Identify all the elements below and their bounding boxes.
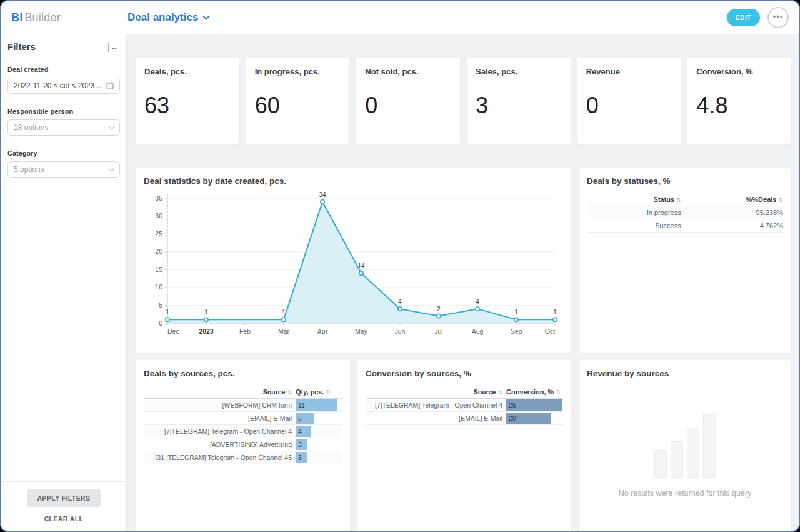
app-logo: BIBuilder bbox=[11, 11, 128, 24]
responsible-person-select[interactable]: 18 options bbox=[8, 119, 120, 136]
chevron-down-icon bbox=[109, 166, 115, 172]
conversion-bar: 20 bbox=[506, 413, 551, 424]
statuses-table: Status⇅ %%Deals⇅ In progress 95.238% Suc… bbox=[587, 193, 783, 233]
svg-text:1: 1 bbox=[282, 309, 286, 316]
kpi-card-deals: Deals, pcs. 63 bbox=[136, 58, 239, 144]
responsible-person-value: 18 options bbox=[14, 123, 48, 132]
table-row: In progress 95.238% bbox=[587, 206, 783, 219]
svg-text:20: 20 bbox=[155, 248, 162, 255]
empty-state: No results were returned for this query bbox=[587, 412, 783, 498]
svg-text:Sep: Sep bbox=[511, 328, 522, 335]
svg-text:1: 1 bbox=[204, 309, 208, 316]
svg-text:Feb: Feb bbox=[239, 328, 251, 335]
svg-text:Dec: Dec bbox=[168, 328, 179, 335]
filters-title: Filters bbox=[8, 41, 36, 52]
svg-text:10: 10 bbox=[155, 283, 162, 291]
sidebar-footer: APPLY FILTERS CLEAR ALL bbox=[1, 481, 126, 531]
svg-text:Jun: Jun bbox=[395, 328, 406, 335]
calendar-icon bbox=[106, 82, 114, 89]
svg-text:Mar: Mar bbox=[278, 328, 290, 335]
kpi-value: 4.8 bbox=[696, 93, 782, 119]
top-actions: EDIT ••• bbox=[727, 7, 789, 28]
panel-deals-by-sources: Deals by sources, pcs. Source⇅ Qty, pcs.… bbox=[136, 360, 350, 531]
app-window: BIBuilder Deal analytics EDIT ••• Filter… bbox=[0, 0, 800, 532]
conversion-table: Source⇅ Conversion, %⇅ [7|TELEGRAM] Tele… bbox=[366, 386, 563, 425]
panel-title: Revenue by sources bbox=[587, 369, 783, 378]
kpi-label: Sales, pcs. bbox=[476, 67, 562, 76]
panel-deals-by-statuses: Deals by statuses, % Status⇅ %%Deals⇅ In… bbox=[579, 168, 791, 353]
source-cell: [7|TELEGRAM] Telegram - Open Channel 4 bbox=[144, 428, 296, 435]
qty-bar: 3 bbox=[296, 439, 307, 450]
table-row: [31 |TELEGRAM] Telegram - Open Channel 4… bbox=[144, 451, 342, 464]
dashboard-title-dropdown[interactable]: Deal analytics bbox=[128, 11, 209, 24]
svg-text:1: 1 bbox=[514, 309, 518, 316]
svg-text:1: 1 bbox=[553, 309, 557, 316]
panel-conversion-by-sources: Conversion by sources, % Source⇅ Convers… bbox=[358, 360, 571, 531]
statuses-header-deals[interactable]: %%Deals⇅ bbox=[681, 196, 783, 203]
category-select[interactable]: 5 options bbox=[8, 161, 120, 178]
clear-all-button[interactable]: CLEAR ALL bbox=[41, 514, 88, 523]
svg-text:Oct: Oct bbox=[545, 328, 555, 335]
source-cell: [ADVERTISING] Advertising bbox=[144, 441, 296, 448]
sort-icon: ⇅ bbox=[498, 389, 502, 396]
category-value: 5 options bbox=[14, 165, 44, 174]
svg-text:5: 5 bbox=[159, 301, 162, 309]
edit-button[interactable]: EDIT bbox=[727, 9, 760, 26]
kpi-label: Not sold, pcs. bbox=[365, 67, 451, 76]
statuses-rows: In progress 95.238% Success 4.762% bbox=[587, 206, 783, 233]
deal-created-input[interactable]: 2022-11-20 ≤ col < 2023... bbox=[8, 78, 120, 94]
top-bar: BIBuilder Deal analytics EDIT ••• bbox=[1, 1, 799, 34]
filter-deal-created: Deal created 2022-11-20 ≤ col < 2023... bbox=[8, 66, 120, 94]
sort-icon: ⇅ bbox=[676, 197, 681, 203]
table-row: Success 4.762% bbox=[587, 219, 783, 233]
filters-sidebar: Filters |← Deal created 2022-11-20 ≤ col… bbox=[1, 34, 127, 531]
sources-header-source[interactable]: Source⇅ bbox=[144, 388, 296, 396]
panel-revenue-by-sources: Revenue by sources No results were retur… bbox=[579, 360, 791, 531]
conversion-bar: 25 bbox=[506, 399, 562, 411]
svg-text:30: 30 bbox=[155, 212, 162, 219]
kpi-value: 0 bbox=[586, 93, 672, 119]
chevron-down-icon bbox=[203, 13, 210, 19]
kpi-card-not-sold: Not sold, pcs. 0 bbox=[356, 58, 460, 144]
statuses-header-status[interactable]: Status⇅ bbox=[587, 196, 681, 203]
table-row: [7|TELEGRAM] Telegram - Open Channel 4 2… bbox=[366, 399, 563, 412]
deal-created-label: Deal created bbox=[8, 66, 120, 73]
svg-text:1: 1 bbox=[166, 309, 169, 316]
sources-rows: [WEBFORM] CRM form 11 [EMAIL] E-Mail 5 [… bbox=[144, 399, 342, 464]
svg-text:15: 15 bbox=[155, 266, 162, 273]
more-menu-button[interactable]: ••• bbox=[768, 7, 789, 28]
panel-deal-statistics: Deal statistics by date created, pcs. 05… bbox=[136, 168, 571, 353]
table-row: [EMAIL] E-Mail 5 bbox=[144, 412, 342, 425]
line-chart: 05101520253035Dec2023FebMarAprMayJunJulA… bbox=[144, 191, 561, 339]
svg-text:May: May bbox=[355, 328, 368, 335]
conversion-header-source[interactable]: Source⇅ bbox=[366, 388, 506, 396]
source-cell: [EMAIL] E-Mail bbox=[144, 414, 296, 422]
deal-created-value: 2022-11-20 ≤ col < 2023... bbox=[14, 81, 101, 90]
table-row: [WEBFORM] CRM form 11 bbox=[144, 399, 342, 412]
conversion-rows: [7|TELEGRAM] Telegram - Open Channel 4 2… bbox=[366, 399, 563, 425]
svg-text:0: 0 bbox=[159, 319, 162, 327]
logo-bi: BI bbox=[11, 11, 22, 24]
svg-text:34: 34 bbox=[319, 191, 326, 198]
sort-icon: ⇅ bbox=[778, 197, 783, 203]
conversion-header-value[interactable]: Conversion, %⇅ bbox=[506, 388, 563, 396]
svg-text:2023: 2023 bbox=[199, 328, 214, 335]
apply-filters-button[interactable]: APPLY FILTERS bbox=[27, 489, 101, 507]
filter-responsible-person: Responsible person 18 options bbox=[8, 108, 120, 136]
chevron-down-icon bbox=[109, 124, 115, 130]
svg-text:35: 35 bbox=[155, 194, 162, 202]
svg-text:14: 14 bbox=[358, 263, 365, 269]
qty-bar: 4 bbox=[296, 426, 311, 437]
qty-bar: 5 bbox=[296, 413, 314, 424]
collapse-sidebar-icon[interactable]: |← bbox=[108, 42, 119, 52]
status-cell: In progress bbox=[587, 209, 681, 216]
sources-header-qty[interactable]: Qty, pcs.⇅ bbox=[296, 388, 342, 396]
sort-icon: ⇅ bbox=[287, 389, 292, 396]
svg-text:Apr: Apr bbox=[318, 328, 328, 335]
kpi-value: 3 bbox=[476, 93, 562, 119]
logo-builder: Builder bbox=[24, 11, 60, 24]
svg-text:2: 2 bbox=[437, 306, 441, 313]
kpi-label: Revenue bbox=[586, 67, 672, 76]
responsible-person-label: Responsible person bbox=[8, 108, 120, 115]
qty-bar: 3 bbox=[296, 452, 307, 463]
